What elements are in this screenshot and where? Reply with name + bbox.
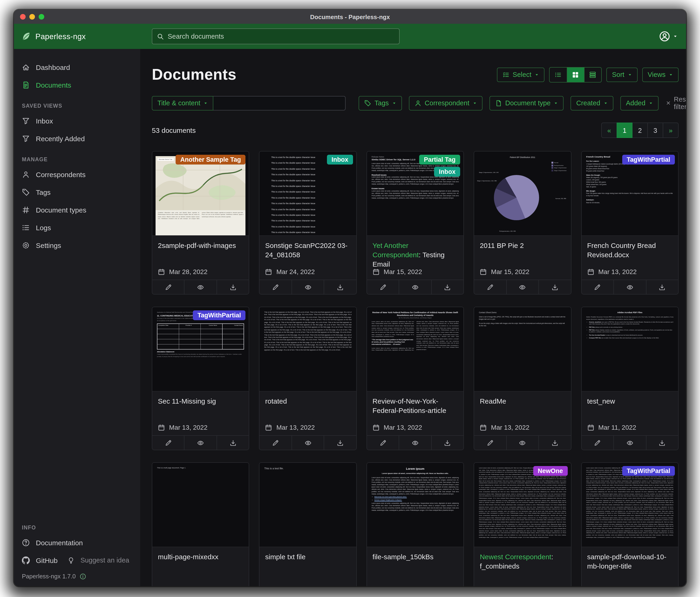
edit-document-button[interactable] <box>474 280 506 294</box>
sort-button[interactable]: Sort <box>606 67 638 82</box>
document-card[interactable]: Patient BP Distribution 2011NormalPrehyp… <box>474 151 571 294</box>
sidebar-item-github[interactable]: GitHub <box>14 551 66 569</box>
view-document-button[interactable] <box>614 436 646 450</box>
view-document-button[interactable] <box>292 280 324 294</box>
document-card[interactable]: Adobe Acrobat PDF FilesAdobe Portable Do… <box>581 307 679 450</box>
tag-badge[interactable]: TagWithPartial <box>193 310 246 320</box>
download-document-button[interactable] <box>539 436 571 450</box>
document-card[interactable]: This is a test file.simple txt file <box>259 462 357 586</box>
pagination-prev[interactable]: « <box>601 123 617 138</box>
close-window-button[interactable] <box>20 14 26 20</box>
tag-badge[interactable]: TagWithPartial <box>622 466 675 476</box>
document-thumbnail[interactable]: Mountain District TrailCurabitur bibendu… <box>152 151 249 236</box>
info-icon[interactable] <box>79 573 86 579</box>
edit-document-button[interactable] <box>260 436 292 450</box>
document-card[interactable]: French Country BreadFor the Leaven:1 hea… <box>581 151 679 294</box>
edit-document-button[interactable] <box>152 436 184 450</box>
document-title[interactable]: Sonstige ScanPC2022 03-24_081058 <box>260 236 356 268</box>
document-title[interactable]: file-sample_150kBs <box>367 547 464 586</box>
search-input[interactable] <box>168 33 395 40</box>
minimize-window-button[interactable] <box>29 14 35 20</box>
sidebar-item-document-types[interactable]: Document types <box>14 201 140 219</box>
download-document-button[interactable] <box>431 436 464 450</box>
view-document-button[interactable] <box>184 436 217 450</box>
document-card[interactable]: Release NotesSimba ODBC Driver for SQL S… <box>367 151 464 294</box>
document-thumbnail[interactable]: This is a test for the double space char… <box>260 151 356 236</box>
edit-document-button[interactable] <box>474 436 506 450</box>
sidebar-item-dashboard[interactable]: Dashboard <box>14 58 140 76</box>
title-content-filter-button[interactable]: Title & content <box>152 96 213 110</box>
document-title[interactable]: ReadMe <box>474 391 571 424</box>
list-view-button[interactable] <box>550 67 567 82</box>
view-document-button[interactable] <box>506 280 539 294</box>
document-thumbnail[interactable]: Lorem ipsum dolor sit amet, consectetur … <box>581 463 678 547</box>
view-document-button[interactable] <box>292 436 324 450</box>
zoom-window-button[interactable] <box>39 14 44 20</box>
sidebar-item-inbox[interactable]: Inbox <box>14 112 140 129</box>
brand[interactable]: Paperless-ngx <box>21 24 86 49</box>
added-filter-button[interactable]: Added <box>620 96 658 110</box>
created-filter-button[interactable]: Created <box>571 96 614 110</box>
edit-document-button[interactable] <box>581 436 614 450</box>
document-card[interactable]: This is the text that appears on the fir… <box>259 307 357 450</box>
document-card[interactable]: Contact Sheet DemoGiven a set of image f… <box>474 307 571 450</box>
pagination-page-3[interactable]: 3 <box>647 123 663 138</box>
document-title[interactable]: French Country Bread Revised.docx <box>581 236 678 268</box>
tag-badge[interactable]: NewOne <box>533 466 568 476</box>
document-card[interactable]: This is a test for the double space char… <box>259 151 357 294</box>
document-card[interactable]: Mountain District TrailCurabitur bibendu… <box>152 151 249 294</box>
detail-view-button[interactable] <box>584 67 601 82</box>
edit-document-button[interactable] <box>260 280 292 294</box>
document-card[interactable]: Lorem ipsum dolor sit amet, consectetur … <box>581 462 679 586</box>
document-card[interactable]: Review of New York Federal Petitions for… <box>367 307 464 450</box>
document-thumbnail[interactable]: Review of New York Federal Petitions for… <box>367 307 464 391</box>
document-title[interactable]: multi-page-mixedxx <box>152 547 249 586</box>
tag-badge[interactable]: Inbox <box>327 155 353 165</box>
search-box[interactable] <box>152 28 400 44</box>
download-document-button[interactable] <box>646 436 678 450</box>
sidebar-item-documentation[interactable]: Documentation <box>14 534 140 551</box>
document-thumbnail[interactable]: This is the text that appears on the fir… <box>260 307 356 391</box>
document-thumbnail[interactable]: Application for Medical Staff Membership… <box>152 307 249 391</box>
view-document-button[interactable] <box>399 436 431 450</box>
edit-document-button[interactable] <box>152 280 184 294</box>
edit-document-button[interactable] <box>367 436 399 450</box>
document-thumbnail[interactable]: Adobe Acrobat PDF FilesAdobe Portable Do… <box>581 307 678 391</box>
document-title[interactable]: Yet Another Correspondent: Testing Email <box>367 236 464 268</box>
document-thumbnail[interactable]: Lorem ipsumLorem ipsum dolor sit amet, c… <box>367 463 464 547</box>
reset-filters-button[interactable]: Reset filters <box>666 96 686 111</box>
download-document-button[interactable] <box>217 280 249 294</box>
view-document-button[interactable] <box>614 280 646 294</box>
tag-badge[interactable]: Inbox <box>434 167 460 176</box>
sidebar-item-correspondents[interactable]: Correspondents <box>14 165 140 183</box>
view-document-button[interactable] <box>399 280 431 294</box>
pagination-page-2[interactable]: 2 <box>632 123 648 138</box>
document-thumbnail[interactable]: Lorem ipsum dolor sit amet, consectetur … <box>474 463 571 547</box>
sidebar-item-recently-added[interactable]: Recently Added <box>14 129 140 147</box>
titlebar[interactable]: Documents - Paperless-ngx <box>14 10 686 24</box>
download-document-button[interactable] <box>431 280 464 294</box>
document-thumbnail[interactable]: Contact Sheet DemoGiven a set of image f… <box>474 307 571 391</box>
tag-badge[interactable]: Another Sample Tag <box>176 155 246 165</box>
document-title[interactable]: test_new <box>581 391 678 424</box>
document-thumbnail[interactable]: This is a multi page document. Page 1. <box>152 463 249 547</box>
document-title[interactable]: 2sample-pdf-with-images <box>152 236 249 268</box>
download-document-button[interactable] <box>324 280 356 294</box>
tag-badge[interactable]: Partial Tag <box>419 155 460 165</box>
document-thumbnail[interactable]: Patient BP Distribution 2011NormalPrehyp… <box>474 151 571 236</box>
sidebar-item-documents[interactable]: Documents <box>14 76 140 94</box>
document-title[interactable]: Sec 11-Missing sig <box>152 391 249 424</box>
title-content-filter-input[interactable] <box>213 96 346 110</box>
sidebar-item-tags[interactable]: Tags <box>14 183 140 201</box>
document-title[interactable]: simple txt file <box>260 547 356 586</box>
pagination-page-1[interactable]: 1 <box>617 123 632 138</box>
document-card[interactable]: This is a multi page document. Page 1.mu… <box>152 462 249 586</box>
document-card[interactable]: Application for Medical Staff Membership… <box>152 307 249 450</box>
sidebar-item-logs[interactable]: Logs <box>14 219 140 236</box>
sidebar-item-suggest-idea[interactable]: Suggest an idea <box>66 551 137 569</box>
document-title[interactable]: Newest Correspondent: f_combineds <box>474 547 571 586</box>
document-title[interactable]: 2011 BP Pie 2 <box>474 236 571 268</box>
correspondent-filter-button[interactable]: Correspondent <box>409 96 482 110</box>
edit-document-button[interactable] <box>367 280 399 294</box>
download-document-button[interactable] <box>646 280 678 294</box>
